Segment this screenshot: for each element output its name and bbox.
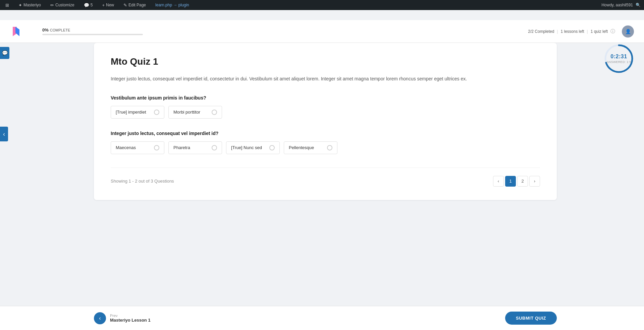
timer-time: 0:2:31: [606, 54, 631, 60]
masteriyo-item[interactable]: ✦ Masteriyo: [16, 0, 43, 10]
question-2-options: Maecenas Pharetra [True] Nunc sed Pellen…: [111, 141, 540, 154]
pagination-section: Showing 1 - 2 out of 3 Questions ‹ 1 2 ›: [111, 168, 540, 187]
q1-radio-1[interactable]: [154, 110, 159, 115]
pagination-info: Showing 1 - 2 out of 3 Questions: [111, 179, 174, 184]
wp-logo-item[interactable]: ⊞: [3, 0, 11, 10]
q1-radio-2[interactable]: [212, 110, 217, 115]
q2-radio-2[interactable]: [212, 145, 217, 150]
q2-option-3[interactable]: [True] Nunc sed: [226, 141, 280, 154]
pagination-page-2-button[interactable]: 2: [517, 176, 528, 187]
progress-percent: 0%: [42, 27, 49, 32]
q2-option-1[interactable]: Maecenas: [111, 141, 164, 154]
q2-option-2-label: Pharetra: [173, 145, 190, 150]
lessons-left-stat: 1 lessons left: [560, 29, 584, 34]
quiz-title: Mto Quiz 1: [111, 56, 540, 67]
admin-bar-right: Howdy, aashil591 🔍: [601, 3, 641, 7]
chat-icon: 💬: [2, 50, 8, 56]
info-icon[interactable]: ⓘ: [610, 28, 615, 35]
masteriyo-icon: ✦: [18, 3, 22, 8]
main-content: Mto Quiz 1 Integer justo lectus, consequ…: [0, 33, 644, 330]
chat-toggle-button[interactable]: 💬: [0, 47, 9, 59]
comments-icon: 💬: [84, 3, 89, 8]
wp-icon: ⊞: [5, 3, 9, 8]
timer-content: 0:2:31 ANSWERED: 1:5: [606, 54, 631, 64]
completed-stat: 2/2 Completed: [528, 29, 554, 34]
q1-option-2-label: Morbi porttitor: [173, 110, 200, 115]
q2-radio-3[interactable]: [269, 145, 275, 150]
logo-svg: [10, 25, 22, 38]
comments-count: 5: [91, 3, 93, 7]
q2-option-3-label: [True] Nunc sed: [231, 145, 262, 150]
timer-answered: ANSWERED: 1:5: [606, 60, 631, 64]
prev-text: Prev Masteriyo Lesson 1: [110, 314, 151, 323]
footer-nav: ‹ Prev Masteriyo Lesson 1 SUBMIT QUIZ: [0, 306, 644, 330]
customize-item[interactable]: ✏ Customize: [48, 0, 76, 10]
q2-option-4-label: Pellentesque: [289, 145, 314, 150]
admin-bar: ⊞ ✦ Masteriyo ✏ Customize 💬 5 + New ✎ Ed…: [0, 0, 644, 10]
quiz-left-stat: 1 quiz left: [591, 29, 608, 34]
q2-option-4[interactable]: Pellentesque: [284, 141, 337, 154]
q2-option-2[interactable]: Pharetra: [168, 141, 222, 154]
stat-divider-1: |: [557, 29, 558, 34]
admin-search-icon[interactable]: 🔍: [636, 3, 641, 7]
pagination-page-1-button[interactable]: 1: [505, 176, 516, 187]
q1-option-2[interactable]: Morbi porttitor: [168, 106, 222, 119]
avatar-image: 👤: [625, 29, 631, 34]
progress-label: 0% COMPLETE: [42, 27, 528, 32]
q1-option-1[interactable]: [True] imperdiet: [111, 106, 164, 119]
masteriyo-label: Masteriyo: [23, 3, 41, 7]
q2-radio-4[interactable]: [327, 145, 332, 150]
prev-title: Masteriyo Lesson 1: [110, 318, 151, 323]
svg-marker-1: [15, 27, 19, 36]
edit-icon: ✎: [123, 3, 127, 8]
q2-radio-1[interactable]: [154, 145, 159, 150]
question-block-1: Vestibulum ante ipsum primis in faucibus…: [111, 95, 540, 119]
q2-option-1-label: Maecenas: [116, 145, 136, 150]
edit-page-item[interactable]: ✎ Edit Page: [121, 0, 148, 10]
prev-label: Prev: [110, 314, 151, 318]
question-1-options: [True] imperdiet Morbi porttitor: [111, 106, 540, 119]
quiz-card: Mto Quiz 1 Integer justo lectus, consequ…: [94, 43, 557, 200]
stat-divider-2: |: [587, 29, 588, 34]
prev-circle-button[interactable]: ‹: [94, 312, 106, 324]
customize-label: Customize: [55, 3, 74, 7]
new-icon: +: [102, 3, 105, 8]
timer-widget: 0:2:31 ANSWERED: 1:5: [604, 44, 634, 74]
question-1-text: Vestibulum ante ipsum primis in faucibus…: [111, 95, 540, 101]
new-item[interactable]: + New: [100, 0, 116, 10]
quiz-description: Integer justo lectus, consequat vel impe…: [111, 75, 540, 83]
comments-item[interactable]: 💬 5: [82, 0, 95, 10]
customize-icon: ✏: [50, 3, 54, 8]
new-label: New: [106, 3, 114, 7]
prev-navigation[interactable]: ‹ Prev Masteriyo Lesson 1: [94, 312, 151, 324]
progress-bar-wrap: [42, 34, 143, 35]
pagination-next-button[interactable]: ›: [529, 176, 540, 187]
prev-arrow-icon: ‹: [99, 315, 101, 321]
header-stats: 2/2 Completed | 1 lessons left | 1 quiz …: [528, 28, 615, 35]
sidebar-prev-toggle[interactable]: ‹: [0, 127, 8, 141]
q1-option-1-label: [True] imperdiet: [116, 110, 146, 115]
course-logo: [10, 25, 22, 38]
howdy-label: Howdy, aashil591: [601, 3, 633, 7]
pagination-controls: ‹ 1 2 ›: [493, 176, 540, 187]
question-2-text: Integer justo lectus, consequat vel impe…: [111, 131, 540, 136]
question-block-2: Integer justo lectus, consequat vel impe…: [111, 131, 540, 154]
chevron-left-icon: ‹: [3, 131, 5, 138]
progress-text: COMPLETE: [50, 28, 70, 32]
course-header: 0% COMPLETE 2/2 Completed | 1 lessons le…: [0, 20, 644, 43]
submit-quiz-button[interactable]: SUBMIT QUIZ: [505, 312, 557, 325]
plugin-link-text: learn.php → plugin: [155, 3, 189, 7]
pagination-prev-button[interactable]: ‹: [493, 176, 504, 187]
user-avatar[interactable]: 👤: [622, 25, 634, 38]
edit-page-label: Edit Page: [128, 3, 146, 7]
progress-section: 0% COMPLETE: [42, 27, 528, 35]
plugin-link[interactable]: learn.php → plugin: [153, 0, 191, 10]
